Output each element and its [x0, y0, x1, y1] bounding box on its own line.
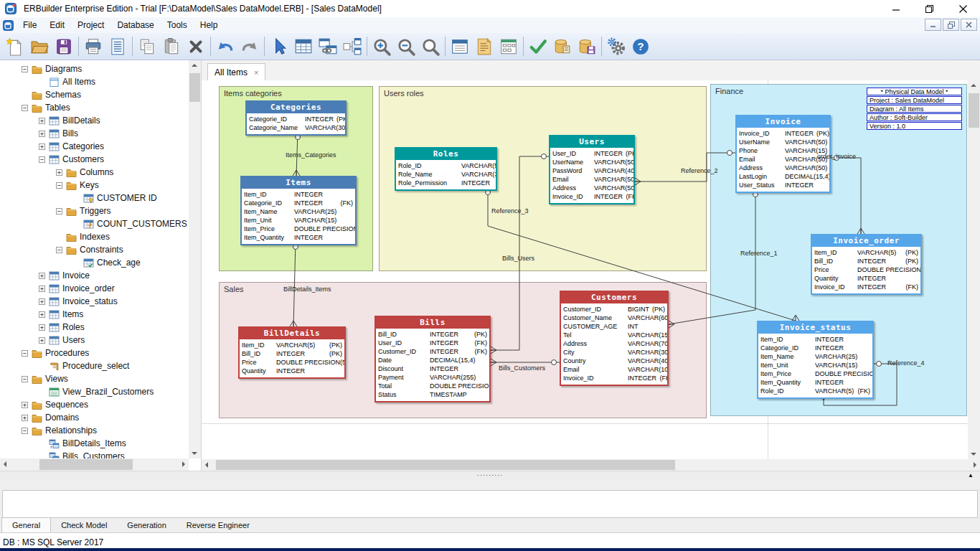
- tree-item-columns[interactable]: +Columns: [0, 166, 189, 179]
- tree-vertical-scrollbar[interactable]: [189, 60, 201, 458]
- zoom-button[interactable]: [418, 34, 443, 58]
- canvas-vertical-scrollbar[interactable]: [968, 80, 980, 459]
- tree-horizontal-scrollbar[interactable]: [0, 458, 189, 471]
- expand-icon[interactable]: +: [39, 131, 45, 137]
- expand-icon[interactable]: +: [39, 337, 45, 344]
- menu-file[interactable]: File: [17, 18, 43, 32]
- diagram-table-billdetails[interactable]: BillDetailsItem_IDVARCHAR(5)(PK)Bill_IDI…: [238, 326, 346, 379]
- form-editor-button[interactable]: [496, 34, 521, 58]
- tree-item-keys[interactable]: −Keys: [0, 179, 189, 192]
- report-button[interactable]: [472, 34, 496, 58]
- horizontal-splitter[interactable]: ········· ▲: [0, 471, 980, 479]
- diagram-table-categories[interactable]: CategoriesCategorie_IDINTEGER(PK)Categor…: [245, 100, 347, 136]
- scroll-left-icon[interactable]: [4, 461, 6, 467]
- generate-script-button[interactable]: [550, 34, 575, 58]
- tree-item-tables[interactable]: −Tables: [0, 101, 189, 114]
- expand-icon[interactable]: +: [39, 298, 45, 305]
- tree-item-customers[interactable]: −Customers: [0, 153, 189, 166]
- tree-item-sequences[interactable]: +Sequences: [0, 398, 189, 411]
- menu-help[interactable]: Help: [194, 18, 225, 32]
- expand-icon[interactable]: +: [39, 273, 45, 279]
- paste-button[interactable]: [159, 34, 184, 58]
- collapse-icon[interactable]: −: [56, 182, 62, 189]
- tree-item-invoice-status[interactable]: +Invoice_status: [0, 295, 189, 308]
- save-database-button[interactable]: [575, 34, 599, 58]
- tree-item-billdetails-items[interactable]: BillDetails_Items: [0, 437, 189, 450]
- table-relationship-button[interactable]: [316, 34, 340, 58]
- select-pointer-button[interactable]: [267, 34, 291, 58]
- scroll-down-icon[interactable]: [192, 452, 197, 455]
- tree-item-billdetails[interactable]: +BillDetails: [0, 114, 189, 127]
- expand-icon[interactable]: +: [22, 402, 28, 408]
- collapse-icon[interactable]: −: [22, 376, 28, 382]
- undo-button[interactable]: [213, 34, 237, 58]
- tree-item-all-items[interactable]: All Items: [0, 75, 189, 88]
- scroll-right-icon[interactable]: [974, 462, 976, 468]
- collapse-icon[interactable]: −: [22, 66, 28, 72]
- tree-item-invoice-order[interactable]: +Invoice_order: [0, 282, 189, 295]
- print-button[interactable]: [81, 34, 105, 58]
- expand-icon[interactable]: +: [39, 143, 45, 150]
- tree-item-schemas[interactable]: Schemas: [0, 88, 189, 101]
- scroll-up-icon[interactable]: [192, 64, 197, 67]
- tree-item-check-age[interactable]: Check_age: [0, 256, 189, 269]
- canvas-horizontal-scrollbar[interactable]: [202, 459, 980, 471]
- model-note[interactable]: * Physical Data Model *Project : Sales D…: [867, 88, 962, 131]
- save-button[interactable]: [52, 34, 76, 58]
- tree-item-bills-customers[interactable]: Bills_Customers: [0, 450, 189, 458]
- mdi-restore-button[interactable]: [943, 19, 959, 31]
- open-button[interactable]: [27, 34, 52, 58]
- tree-item-domains[interactable]: +Domains: [0, 411, 189, 424]
- tree-item-roles[interactable]: +Roles: [0, 321, 189, 334]
- restore-button[interactable]: [913, 0, 946, 17]
- menu-tools[interactable]: Tools: [161, 18, 194, 32]
- collapse-icon[interactable]: −: [22, 428, 28, 434]
- expand-icon[interactable]: +: [39, 311, 45, 318]
- scroll-down-icon[interactable]: [971, 453, 976, 456]
- close-button[interactable]: [946, 0, 980, 17]
- splitter-grip-icon[interactable]: ·········: [477, 471, 503, 479]
- diagram-table-roles[interactable]: RolesRole_IDVARCHAR(5)(PK)Role_NameVARCH…: [395, 147, 497, 191]
- tree-item-invoice[interactable]: +Invoice: [0, 269, 189, 282]
- redo-button[interactable]: [237, 34, 262, 58]
- tree-item-diagrams[interactable]: −Diagrams: [0, 62, 189, 75]
- collapse-icon[interactable]: −: [39, 156, 45, 163]
- collapse-icon[interactable]: −: [22, 350, 28, 357]
- check-model-button[interactable]: [526, 34, 550, 58]
- minimize-button[interactable]: [879, 0, 913, 17]
- tree-item-count-customers[interactable]: COUNT_CUSTOMERS: [0, 217, 189, 230]
- delete-button[interactable]: [184, 34, 208, 58]
- settings-button[interactable]: [604, 34, 628, 58]
- mdi-minimize-button[interactable]: [925, 19, 941, 31]
- bottom-tab-check-model[interactable]: Check Model: [51, 518, 117, 532]
- tree-item-triggers[interactable]: −Triggers: [0, 204, 189, 217]
- tree-item-relationships[interactable]: −Relationships: [0, 424, 189, 437]
- tree-item-procedures[interactable]: −Procedures: [0, 347, 189, 359]
- collapse-icon[interactable]: −: [56, 208, 62, 215]
- model-overview-button[interactable]: [448, 34, 472, 58]
- copy-button[interactable]: [135, 34, 159, 58]
- scroll-up-icon[interactable]: [971, 84, 976, 87]
- new-file-button[interactable]: [3, 34, 27, 58]
- tree-item-users[interactable]: +Users: [0, 334, 189, 347]
- expand-icon[interactable]: +: [22, 415, 28, 421]
- tab-close-icon[interactable]: ×: [254, 68, 258, 77]
- diagram-table-customers[interactable]: CustomersCustomer_IDBIGINT(PK)Customer_N…: [560, 291, 669, 386]
- help-button[interactable]: ?: [628, 34, 653, 58]
- diagram-table-invoice-status[interactable]: Invoice_statusItem_IDINTEGERCategorie_ID…: [757, 321, 874, 399]
- bottom-tab-generation[interactable]: Generation: [117, 518, 176, 532]
- table-button[interactable]: [291, 34, 316, 58]
- expand-icon[interactable]: +: [56, 169, 62, 176]
- tree-item-views[interactable]: −Views: [0, 372, 189, 385]
- tree-item-items[interactable]: +Items: [0, 308, 189, 321]
- expand-icon[interactable]: +: [39, 324, 45, 331]
- diagram-table-invoice-order[interactable]: Invoice_orderItem_IDVARCHAR(5)(PK)Bill_I…: [811, 234, 922, 295]
- collapse-icon[interactable]: −: [22, 105, 28, 111]
- auto-layout-button[interactable]: [340, 34, 364, 58]
- tree-item-view-brazil-customers[interactable]: View_Brazil_Customers: [0, 385, 189, 398]
- zoom-in-button[interactable]: [369, 34, 394, 58]
- zoom-out-button[interactable]: [394, 34, 418, 58]
- tree-item-customer-id[interactable]: CUSTOMER ID: [0, 192, 189, 204]
- menu-project[interactable]: Project: [71, 18, 110, 32]
- tree-item-procedure-select[interactable]: Procedure_select: [0, 359, 189, 372]
